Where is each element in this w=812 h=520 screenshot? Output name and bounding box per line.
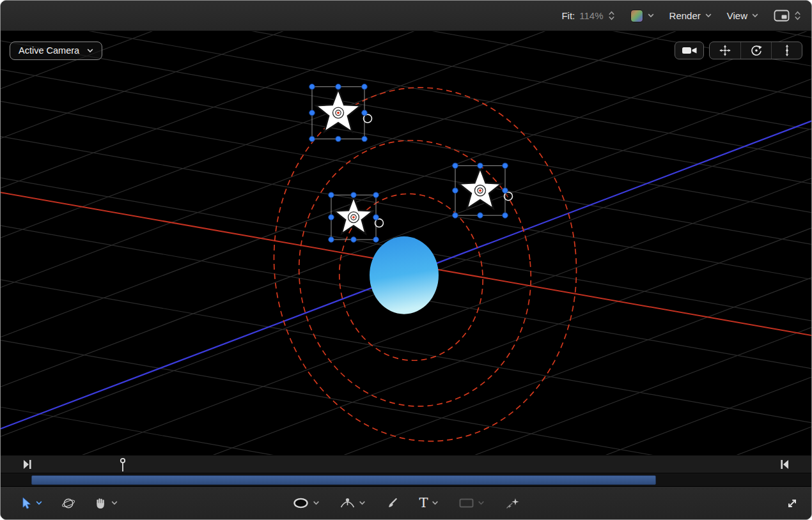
- play-range-in-marker[interactable]: [22, 459, 33, 470]
- bottom-toolbar: T: [1, 486, 811, 519]
- selection-handle[interactable]: [503, 213, 508, 218]
- select-tool[interactable]: [20, 497, 42, 510]
- fit-label: Fit:: [561, 10, 575, 21]
- select-arrow-icon: [20, 497, 32, 510]
- star-object[interactable]: [329, 192, 384, 242]
- rectangle-shape-icon: [459, 498, 474, 509]
- camera-menu-label: Active Camera: [19, 45, 79, 56]
- sphere-object[interactable]: [370, 236, 439, 314]
- text-tool-glyph: T: [419, 496, 428, 510]
- anchor-dot: [352, 216, 355, 218]
- selection-handle[interactable]: [453, 188, 458, 194]
- selection-handle[interactable]: [336, 136, 341, 142]
- hand-tool[interactable]: [95, 497, 118, 510]
- motion-canvas-window: Fit: 114% Render View: [0, 0, 812, 520]
- bezier-pen-icon: [340, 497, 355, 510]
- chevron-down-icon: [752, 13, 758, 18]
- chevron-down-icon: [648, 13, 654, 18]
- pan-view-icon: [719, 44, 731, 57]
- zoom-stepper-icon[interactable]: [608, 10, 615, 21]
- selection-handle[interactable]: [329, 237, 334, 243]
- color-channels-control[interactable]: [630, 10, 654, 22]
- top-toolbar: Fit: 114% Render View: [1, 1, 811, 31]
- chevron-down-icon[interactable]: [36, 501, 42, 505]
- transform-3d-icon: [61, 496, 75, 510]
- chevron-down-icon[interactable]: [313, 501, 319, 505]
- dolly-view-button[interactable]: [771, 42, 802, 59]
- canvas-resize-group: [786, 487, 799, 519]
- orbit-view-icon: [750, 44, 763, 57]
- paintbrush-tool[interactable]: [386, 497, 398, 510]
- zoom-control[interactable]: Fit: 114%: [561, 10, 614, 21]
- chevron-down-icon[interactable]: [359, 501, 365, 505]
- playhead[interactable]: [118, 457, 128, 473]
- star-object[interactable]: [453, 163, 513, 218]
- selection-handle[interactable]: [362, 136, 368, 142]
- paintbrush-icon: [386, 497, 398, 510]
- chevron-down-icon: [705, 13, 712, 18]
- color-channels-swatch[interactable]: [630, 10, 643, 22]
- camera-move-tools: [709, 42, 802, 59]
- selection-handle[interactable]: [309, 84, 315, 89]
- selection-handle[interactable]: [329, 192, 334, 198]
- layout-stepper-icon[interactable]: [794, 10, 801, 21]
- hand-icon: [95, 497, 107, 510]
- render-label: Render: [669, 10, 701, 21]
- transform-3d-tool[interactable]: [61, 496, 75, 510]
- selection-handle[interactable]: [373, 215, 379, 220]
- chevron-down-icon: [87, 49, 93, 53]
- view-tools: [675, 42, 802, 59]
- text-tool[interactable]: T: [419, 496, 438, 510]
- scene: [1, 31, 811, 455]
- selection-handle[interactable]: [453, 213, 458, 218]
- rectangle-shape-tool-disabled[interactable]: [459, 498, 485, 509]
- expand-canvas-icon[interactable]: [786, 497, 799, 510]
- oval-shape-icon: [292, 497, 309, 509]
- selection-handle[interactable]: [478, 163, 483, 169]
- particles-icon: [505, 497, 520, 510]
- selection-handle[interactable]: [478, 213, 483, 218]
- creation-tools-group: T: [292, 487, 519, 519]
- display-layout-icon: [774, 10, 790, 22]
- selection-handle[interactable]: [503, 188, 508, 194]
- selection-handle[interactable]: [503, 163, 508, 169]
- oval-shape-tool[interactable]: [292, 497, 319, 509]
- selection-handle[interactable]: [309, 136, 315, 142]
- render-menu[interactable]: Render: [669, 10, 712, 21]
- selection-handle[interactable]: [351, 192, 357, 198]
- pan-view-button[interactable]: [710, 42, 740, 59]
- particles-tool[interactable]: [505, 497, 520, 510]
- bezier-pen-tool[interactable]: [340, 497, 365, 510]
- timeline-track-row[interactable]: [1, 473, 811, 486]
- chevron-down-icon[interactable]: [432, 501, 439, 505]
- chevron-down-icon[interactable]: [111, 501, 118, 505]
- selection-handle[interactable]: [336, 84, 341, 89]
- selection-handle[interactable]: [362, 110, 368, 116]
- selection-handle[interactable]: [453, 163, 458, 169]
- anchor-dot: [337, 112, 340, 114]
- zoom-value: 114%: [579, 10, 603, 21]
- view-label: View: [727, 10, 747, 21]
- chevron-down-icon: [478, 501, 485, 505]
- orbit-view-button[interactable]: [740, 42, 771, 59]
- dolly-view-icon: [781, 44, 793, 57]
- selection-handle[interactable]: [329, 215, 334, 220]
- camera-view-button[interactable]: [675, 42, 704, 59]
- display-layout-control[interactable]: [774, 10, 801, 22]
- view-menu[interactable]: View: [727, 10, 758, 21]
- selection-handle[interactable]: [362, 84, 368, 89]
- selection-handle[interactable]: [373, 192, 379, 198]
- selection-handle[interactable]: [351, 237, 357, 243]
- selection-handle[interactable]: [309, 110, 315, 116]
- video-camera-icon: [682, 45, 698, 56]
- transform-tools-group: [20, 487, 118, 519]
- camera-menu-button[interactable]: Active Camera: [10, 42, 102, 60]
- play-range-out-marker[interactable]: [779, 459, 790, 470]
- timeline-ruler[interactable]: [1, 455, 811, 473]
- canvas-viewport[interactable]: Active Camera: [1, 31, 811, 455]
- anchor-dot: [479, 189, 481, 192]
- timeline-track-bar[interactable]: [31, 475, 656, 485]
- selection-handle[interactable]: [373, 237, 379, 243]
